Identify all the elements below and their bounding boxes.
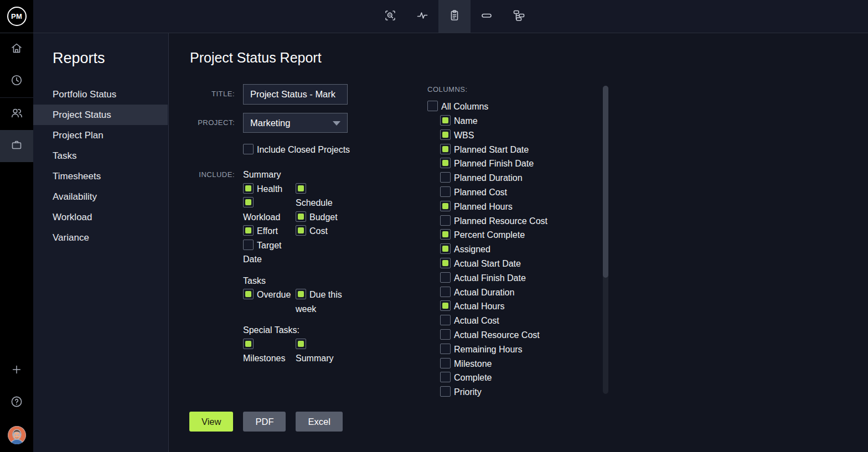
topbar: PM xyxy=(0,0,868,33)
column-option-wbs[interactable]: WBS xyxy=(440,128,610,143)
checkbox-box xyxy=(440,201,451,211)
include-group-heading: Special Tasks: xyxy=(243,323,359,337)
sidebar-item-portfolio-status[interactable]: Portfolio Status xyxy=(33,84,168,105)
include-option-effort[interactable]: Effort xyxy=(243,224,293,238)
sidebar-item-workload[interactable]: Workload xyxy=(33,207,168,227)
column-option-planned-hours[interactable]: Planned Hours xyxy=(440,200,610,214)
user-avatar xyxy=(8,426,26,444)
checkbox-box xyxy=(296,183,306,194)
include-option-milestones[interactable]: Milestones xyxy=(243,337,293,366)
checkbox-box xyxy=(440,344,451,354)
column-option-planned-cost[interactable]: Planned Cost xyxy=(440,185,610,200)
checkbox-box xyxy=(440,243,451,254)
sidebar-item-variance[interactable]: Variance xyxy=(33,227,168,248)
column-option-remaining-hours[interactable]: Remaining Hours xyxy=(440,342,610,357)
checkbox-label: WBS xyxy=(454,131,474,140)
scrollbar-thumb[interactable] xyxy=(603,86,608,278)
rail-item-profile[interactable] xyxy=(0,419,33,451)
include-option-target-date[interactable]: Target Date xyxy=(243,238,293,267)
tab-activity[interactable] xyxy=(406,0,438,33)
columns-panel: COLUMNS: All Columns NameWBSPlanned Star… xyxy=(427,85,610,399)
rail-item-team[interactable] xyxy=(0,98,33,130)
column-option-actual-start-date[interactable]: Actual Start Date xyxy=(440,257,610,271)
reports-sidebar: Reports Portfolio StatusProject StatusPr… xyxy=(33,33,169,452)
include-option-schedule[interactable]: Schedule xyxy=(296,182,354,210)
include-group-special-tasks: Special Tasks:MilestonesSummary xyxy=(243,323,359,366)
column-option-planned-duration[interactable]: Planned Duration xyxy=(440,171,610,185)
tab-zoom-select[interactable] xyxy=(374,0,406,33)
zoom-select-icon xyxy=(384,9,397,24)
column-option-actual-hours[interactable]: Actual Hours xyxy=(440,299,610,314)
topbar-tabs xyxy=(374,0,535,33)
app-logo[interactable]: PM xyxy=(0,0,33,33)
tab-timeline[interactable] xyxy=(471,0,503,33)
include-column: Summary xyxy=(296,337,354,366)
column-option-actual-finish-date[interactable]: Actual Finish Date xyxy=(440,271,610,285)
workflow-icon xyxy=(512,9,525,24)
include-option-budget[interactable]: Budget xyxy=(296,210,354,225)
column-option-assigned[interactable]: Assigned xyxy=(440,242,610,257)
checkbox-label: Name xyxy=(454,116,478,126)
sidebar-item-project-plan[interactable]: Project Plan xyxy=(33,125,168,146)
sidebar-item-project-status[interactable]: Project Status xyxy=(33,105,168,125)
column-option-planned-finish-date[interactable]: Planned Finish Date xyxy=(440,157,610,171)
column-option-planned-resource-cost[interactable]: Planned Resource Cost xyxy=(440,214,610,228)
pdf-button[interactable]: PDF xyxy=(243,412,286,432)
include-group-tasks: TasksOverdueDue this week xyxy=(243,274,359,316)
include-option-due-this-week[interactable]: Due this week xyxy=(296,288,354,316)
app-window: PM xyxy=(0,0,868,452)
include-option-summary[interactable]: Summary xyxy=(296,337,354,366)
checkbox-label: Health xyxy=(257,184,282,194)
title-input[interactable] xyxy=(243,84,348,105)
include-closed-checkbox[interactable]: Include Closed Projects xyxy=(243,144,350,156)
sidebar-item-tasks[interactable]: Tasks xyxy=(33,146,168,166)
checkbox-label: Planned Finish Date xyxy=(454,159,534,168)
sidebar-item-timesheets[interactable]: Timesheets xyxy=(33,166,168,186)
checkbox-box xyxy=(440,300,451,311)
column-option-actual-resource-cost[interactable]: Actual Resource Cost xyxy=(440,328,610,342)
project-select[interactable]: Marketing xyxy=(243,113,348,133)
include-option-cost[interactable]: Cost xyxy=(296,224,354,238)
include-label: INCLUDE: xyxy=(169,170,235,179)
checkbox-label: Complete xyxy=(454,373,492,382)
column-option-complete[interactable]: Complete xyxy=(440,371,610,385)
include-group-summary: SummaryHealthWorkloadEffortTarget DateSc… xyxy=(243,168,359,267)
checkbox-label: Actual Resource Cost xyxy=(454,330,540,340)
include-option-workload[interactable]: Workload xyxy=(243,196,293,224)
column-option-planned-start-date[interactable]: Planned Start Date xyxy=(440,143,610,157)
include-option-overdue[interactable]: Overdue xyxy=(243,288,293,302)
tab-report[interactable] xyxy=(438,0,471,33)
rail-item-home[interactable] xyxy=(0,33,33,65)
checkbox-box xyxy=(440,115,451,126)
briefcase-icon xyxy=(10,138,23,154)
rail-item-recent[interactable] xyxy=(0,65,33,97)
timeline-bar-icon xyxy=(480,9,493,24)
excel-button[interactable]: Excel xyxy=(296,412,342,432)
rail-item-help[interactable] xyxy=(0,387,33,419)
column-option-name[interactable]: Name xyxy=(440,114,610,128)
checkbox-box xyxy=(440,258,451,268)
rail-item-projects[interactable] xyxy=(0,130,33,162)
help-icon xyxy=(10,395,23,411)
column-option-percent-complete[interactable]: Percent Complete xyxy=(440,228,610,242)
clock-icon xyxy=(10,74,23,89)
view-button[interactable]: View xyxy=(189,412,233,432)
checkbox-label: Percent Complete xyxy=(454,230,525,240)
sidebar-item-availability[interactable]: Availability xyxy=(33,186,168,207)
columns-label: COLUMNS: xyxy=(427,85,610,94)
column-option-milestone[interactable]: Milestone xyxy=(440,357,610,371)
report-config-panel: Project Status Report TITLE: PROJECT: Ma… xyxy=(169,33,868,452)
column-option-actual-duration[interactable]: Actual Duration xyxy=(440,285,610,300)
checkbox-label: Workload xyxy=(243,210,293,225)
checkbox-label: Assigned xyxy=(454,245,490,254)
checkbox-label: Milestone xyxy=(454,359,492,368)
sidebar-title: Reports xyxy=(53,50,168,67)
checkbox-label: Planned Cost xyxy=(454,188,507,197)
include-option-health[interactable]: Health xyxy=(243,182,293,196)
column-option-actual-cost[interactable]: Actual Cost xyxy=(440,314,610,328)
tab-workflow[interactable] xyxy=(503,0,535,33)
rail-item-add[interactable] xyxy=(0,355,33,387)
column-option-priority[interactable]: Priority xyxy=(440,385,610,399)
columns-scrollbar[interactable] xyxy=(603,86,608,394)
option-all-columns[interactable]: All Columns xyxy=(427,100,610,114)
